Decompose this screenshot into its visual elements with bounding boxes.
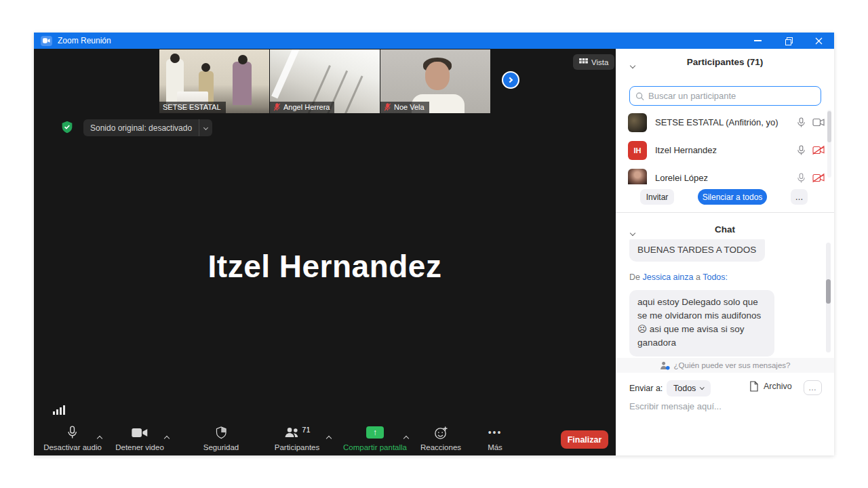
mute-all-button[interactable]: Silenciar a todos: [698, 189, 767, 205]
chat-scrollbar-thumb[interactable]: [826, 279, 831, 304]
send-to-value: Todos: [673, 384, 696, 393]
video-on-icon: [812, 118, 825, 127]
chat-input-area: [629, 401, 819, 411]
ceiling-beam: [341, 76, 363, 113]
participants-icon: [283, 427, 300, 439]
reactions-button[interactable]: Reacciones: [420, 425, 461, 451]
share-screen-label: Compartir pantalla: [343, 443, 407, 451]
stop-video-button[interactable]: Detener video: [115, 425, 164, 451]
participants-options-caret[interactable]: [327, 431, 331, 443]
participant-row[interactable]: SETSE ESTATAL (Anfitrión, yo): [616, 108, 834, 136]
chevron-down-icon: [203, 125, 208, 130]
person-head: [238, 55, 248, 64]
restore-button[interactable]: [773, 33, 804, 49]
muted-mic-icon: [273, 103, 281, 111]
person-privacy-icon: [660, 361, 670, 370]
ceiling-light: [271, 49, 300, 99]
invite-button[interactable]: Invitar: [640, 189, 674, 205]
file-button[interactable]: Archivo: [749, 381, 792, 392]
participants-button[interactable]: 71 Participantes: [275, 425, 319, 451]
end-meeting-button[interactable]: Finalizar: [561, 430, 608, 449]
participant-name: Lorelei López: [655, 173, 797, 183]
view-button[interactable]: Vista: [573, 54, 614, 70]
participants-panel-title: Participantes (71): [616, 57, 834, 67]
mute-audio-label: Desactivar audio: [43, 443, 102, 451]
video-options-caret[interactable]: [165, 431, 169, 443]
participants-scrollbar: [827, 110, 831, 178]
minimize-icon: [754, 40, 762, 41]
sender-recipient[interactable]: Todos:: [703, 272, 728, 282]
participants-label: Participantes: [275, 443, 319, 451]
participants-more-button[interactable]: …: [791, 189, 808, 205]
share-options-caret[interactable]: [404, 431, 408, 443]
encryption-shield-icon[interactable]: [61, 121, 73, 134]
connection-signal-icon: [53, 405, 65, 415]
next-videos-button[interactable]: [502, 71, 519, 89]
chat-message-input[interactable]: [629, 401, 819, 411]
chat-message: BUENAS TARDES A TODOS: [629, 239, 765, 262]
share-screen-button[interactable]: ↑ Compartir pantalla: [343, 425, 407, 451]
view-label: Vista: [591, 58, 608, 66]
send-to-dropdown[interactable]: Todos: [667, 380, 711, 396]
video-thumbnail-angel[interactable]: Angel Herrera: [270, 49, 380, 113]
active-speaker-name: Itzel Hernandez: [34, 248, 616, 285]
more-button[interactable]: ••• Más: [488, 425, 502, 451]
mic-on-icon: [797, 145, 806, 156]
more-dots-icon: •••: [488, 429, 502, 436]
microphone-icon: [68, 426, 78, 440]
muted-mic-icon: [384, 103, 391, 111]
privacy-notice-text: ¿Quién puede ver sus mensajes?: [674, 361, 791, 369]
participant-search[interactable]: [629, 86, 821, 106]
audio-options-caret[interactable]: [98, 431, 102, 443]
grid-view-icon: [579, 58, 588, 66]
mute-audio-button[interactable]: Desactivar audio: [43, 425, 102, 451]
participant-name: Itzel Hernandez: [655, 145, 797, 155]
security-label: Seguridad: [203, 443, 239, 451]
person-head: [425, 62, 450, 90]
person-head: [201, 63, 210, 72]
titlebar: Zoom Reunión: [34, 33, 834, 49]
participant-list: SETSE ESTATAL (Anfitrión, yo) IH Itzel H…: [616, 108, 834, 184]
meeting-toolbar: Desactivar audio Detener video Seguridad…: [34, 423, 616, 455]
restore-icon: [785, 37, 792, 44]
send-to-label: Enviar a:: [629, 384, 663, 393]
mic-on-icon: [797, 117, 806, 128]
close-button[interactable]: [804, 33, 834, 49]
participants-count: 71: [302, 426, 310, 434]
avatar-initials: IH: [628, 141, 647, 160]
sender-name[interactable]: Jessica ainza: [642, 272, 693, 282]
video-name-label: Noe Vela: [380, 102, 429, 113]
participant-row[interactable]: IH Itzel Hernandez: [616, 136, 834, 164]
participant-name: SETSE ESTATAL (Anfitrión, yo): [655, 117, 797, 127]
video-name: Angel Herrera: [283, 103, 330, 111]
minimize-button[interactable]: [743, 33, 773, 49]
stop-video-label: Detener video: [115, 443, 164, 451]
camera-icon: [132, 428, 148, 438]
section-divider: [616, 212, 834, 213]
close-icon: [815, 37, 823, 45]
chat-send-row: Enviar a: Todos Archivo …: [616, 380, 834, 397]
original-sound-banner[interactable]: Sonido original: desactivado: [83, 119, 212, 136]
original-sound-label: Sonido original: desactivado: [83, 123, 199, 133]
chat-more-button[interactable]: …: [804, 380, 822, 395]
reactions-label: Reacciones: [420, 443, 461, 451]
participants-scrollbar-thumb[interactable]: [827, 111, 831, 142]
security-button[interactable]: Seguridad: [203, 425, 239, 451]
video-name-label: Angel Herrera: [270, 102, 334, 113]
video-thumbnail-setse[interactable]: SETSE ESTATAL: [159, 49, 269, 113]
shield-icon: [216, 426, 227, 439]
mic-on-icon: [797, 173, 806, 184]
sound-dropdown-arrow[interactable]: [199, 119, 212, 136]
video-thumbnail-noe[interactable]: Noe Vela: [380, 49, 490, 113]
avatar: [628, 113, 647, 132]
chat-message: aqui estoy Delegado solo que se me olvid…: [629, 290, 774, 357]
person-head: [170, 54, 180, 63]
video-off-icon: [812, 146, 825, 155]
window-title: Zoom Reunión: [58, 36, 111, 45]
privacy-notice: ¿Quién puede ver sus mensajes?: [616, 358, 834, 373]
video-name-label: SETSE ESTATAL: [159, 102, 226, 113]
participant-search-input[interactable]: [648, 91, 815, 101]
chat-sender-line: De Jessica ainza a Todos:: [629, 272, 728, 282]
file-label: Archivo: [764, 382, 792, 391]
participant-row[interactable]: Lorelei López: [616, 164, 834, 184]
